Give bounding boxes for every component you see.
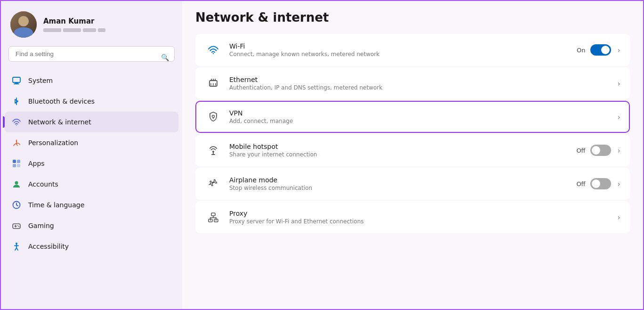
sidebar-item-network[interactable]: Network & internet [5,112,178,132]
settings-item-hotspot[interactable]: Mobile hotspot Share your internet conne… [195,134,630,166]
svg-point-23 [213,53,214,54]
bluetooth-icon [11,96,22,106]
settings-item-ethernet[interactable]: Ethernet Authentication, IP and DNS sett… [195,67,630,99]
settings-item-airplane-right: Off › [576,178,620,189]
user-name: Aman Kumar [43,17,105,25]
avatar [10,11,37,38]
user-profile: Aman Kumar [1,1,182,46]
hotspot-icon [205,142,222,159]
settings-item-vpn-right: › [616,113,620,122]
page-title: Network & internet [195,10,630,24]
svg-rect-0 [13,77,20,82]
personalization-icon [11,138,22,148]
sidebar-item-time[interactable]: Time & language [5,195,178,215]
sidebar-item-system[interactable]: System [5,70,178,91]
sidebar-item-label: System [28,77,53,84]
sidebar-item-label: Time & language [28,201,84,209]
vpn-icon [205,108,222,125]
nav-list: System Bluetooth & devices [1,68,182,310]
settings-item-vpn-text: VPN Add, connect, manage [229,109,608,124]
settings-item-wifi-right: On › [577,44,620,56]
settings-item-ethernet-right: › [616,79,620,88]
gaming-icon [11,220,22,231]
settings-list: Wi-Fi Connect, manage known networks, me… [195,34,630,233]
settings-item-ethernet-desc: Authentication, IP and DNS settings, met… [229,84,608,91]
sidebar-item-gaming[interactable]: Gaming [5,215,178,236]
sidebar-item-accessibility[interactable]: Accessibility [5,236,178,257]
settings-item-proxy-right: › [616,213,620,222]
ethernet-icon [205,75,222,92]
hotspot-toggle[interactable] [590,145,611,156]
settings-item-wifi-text: Wi-Fi Connect, manage known networks, me… [229,42,569,57]
settings-item-proxy[interactable]: Proxy Proxy server for Wi-Fi and Etherne… [195,201,630,233]
wifi-toggle[interactable] [590,44,611,56]
settings-item-wifi-desc: Connect, manage known networks, metered … [229,51,569,57]
wifi-icon [205,41,222,58]
wifi-chevron: › [618,46,620,55]
user-bar [43,28,61,32]
system-icon [11,75,22,86]
settings-item-airplane-desc: Stop wireless communication [229,185,569,191]
settings-item-proxy-text: Proxy Proxy server for Wi-Fi and Etherne… [229,210,608,225]
settings-item-ethernet-label: Ethernet [229,76,608,83]
svg-point-17 [18,226,19,227]
apps-icon [11,158,22,169]
settings-item-hotspot-text: Mobile hotspot Share your internet conne… [229,143,569,158]
settings-item-wifi[interactable]: Wi-Fi Connect, manage known networks, me… [195,34,630,66]
sidebar-item-label: Network & internet [28,118,91,126]
settings-item-vpn-desc: Add, connect, manage [229,118,608,124]
settings-item-airplane[interactable]: Airplane mode Stop wireless communicatio… [195,168,630,200]
wifi-toggle-label: On [577,47,585,54]
search-container: 🔍 [1,46,182,68]
user-bar [63,28,81,32]
svg-point-9 [15,181,18,185]
svg-rect-8 [17,164,20,167]
settings-item-hotspot-desc: Share your internet connection [229,151,569,158]
ethernet-chevron: › [618,79,620,88]
sidebar-item-bluetooth[interactable]: Bluetooth & devices [5,91,178,112]
settings-item-vpn-label: VPN [229,109,608,117]
svg-line-12 [16,205,18,206]
svg-rect-38 [211,213,215,216]
vpn-chevron: › [618,113,620,122]
search-input[interactable] [8,46,175,62]
sidebar-item-label: Accessibility [28,243,69,250]
search-icon: 🔍 [161,54,169,61]
proxy-chevron: › [618,213,620,222]
settings-item-proxy-desc: Proxy server for Wi-Fi and Ethernet conn… [229,218,608,225]
settings-item-proxy-label: Proxy [229,210,608,217]
settings-item-vpn[interactable]: VPN Add, connect, manage › [195,101,630,133]
svg-point-4 [16,125,17,126]
hotspot-toggle-label: Off [576,147,585,154]
settings-item-hotspot-right: Off › [576,145,620,156]
sidebar-item-label: Gaming [28,222,54,229]
user-info: Aman Kumar [43,17,105,32]
user-bars [43,28,105,32]
settings-item-ethernet-text: Ethernet Authentication, IP and DNS sett… [229,76,608,91]
proxy-icon [205,209,222,226]
airplane-chevron: › [618,179,620,188]
sidebar-item-label: Bluetooth & devices [28,98,95,105]
settings-item-hotspot-label: Mobile hotspot [229,143,569,150]
svg-point-16 [17,225,18,226]
svg-rect-6 [17,160,20,163]
airplane-icon [205,175,222,192]
svg-rect-7 [13,164,16,167]
main-content: Network & internet Wi-Fi Connect, manage… [182,1,643,310]
settings-item-wifi-label: Wi-Fi [229,42,569,50]
svg-line-22 [16,248,18,250]
airplane-toggle[interactable] [590,178,611,189]
user-bar [83,28,96,32]
sidebar-item-apps[interactable]: Apps [5,153,178,174]
hotspot-chevron: › [618,146,620,155]
user-bar [98,28,105,32]
svg-rect-5 [13,160,16,163]
time-icon [11,200,22,210]
network-icon [11,117,22,127]
settings-item-airplane-label: Airplane mode [229,176,569,184]
sidebar-item-personalization[interactable]: Personalization [5,132,178,153]
sidebar-item-label: Personalization [28,139,78,147]
accessibility-icon [11,241,22,252]
sidebar-item-label: Apps [28,160,45,167]
sidebar-item-accounts[interactable]: Accounts [5,174,178,195]
